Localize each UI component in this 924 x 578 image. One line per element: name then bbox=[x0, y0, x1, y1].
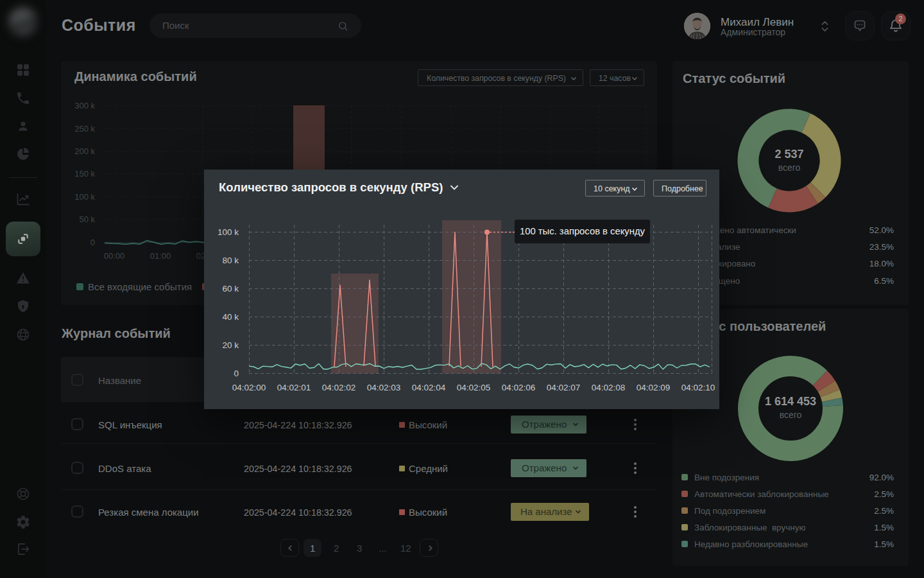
svg-text:100 k: 100 k bbox=[74, 192, 95, 202]
svg-text:150 k: 150 k bbox=[74, 169, 95, 179]
svg-text:04:02:08: 04:02:08 bbox=[592, 383, 626, 392]
svg-text:0: 0 bbox=[234, 369, 239, 378]
svg-text:04:02:10: 04:02:10 bbox=[681, 383, 715, 392]
svg-text:300 k: 300 k bbox=[74, 101, 95, 110]
svg-text:Все входящие события: Все входящие события bbox=[88, 281, 192, 292]
svg-text:200 k: 200 k bbox=[74, 146, 95, 156]
svg-text:100 k: 100 k bbox=[218, 227, 239, 237]
svg-text:04:02:01: 04:02:01 bbox=[277, 383, 311, 392]
svg-text:04:02:06: 04:02:06 bbox=[502, 383, 536, 392]
svg-text:80 k: 80 k bbox=[222, 256, 239, 265]
svg-text:04:02:09: 04:02:09 bbox=[637, 383, 671, 392]
svg-text:01:00: 01:00 bbox=[150, 251, 171, 261]
svg-text:60 k: 60 k bbox=[222, 284, 239, 293]
svg-text:40 k: 40 k bbox=[222, 312, 239, 322]
svg-text:00:00: 00:00 bbox=[104, 251, 125, 261]
svg-text:0: 0 bbox=[90, 238, 95, 247]
svg-text:250 k: 250 k bbox=[74, 124, 95, 134]
svg-text:04:02:07: 04:02:07 bbox=[547, 383, 581, 392]
svg-text:20 k: 20 k bbox=[222, 340, 239, 350]
svg-text:04:02:05: 04:02:05 bbox=[457, 383, 491, 392]
svg-text:04:02:03: 04:02:03 bbox=[367, 383, 401, 392]
svg-text:50 k: 50 k bbox=[79, 215, 95, 224]
svg-text:04:02:00: 04:02:00 bbox=[232, 383, 266, 392]
svg-text:04:02:04: 04:02:04 bbox=[412, 383, 446, 392]
svg-text:04:02:02: 04:02:02 bbox=[322, 383, 356, 392]
